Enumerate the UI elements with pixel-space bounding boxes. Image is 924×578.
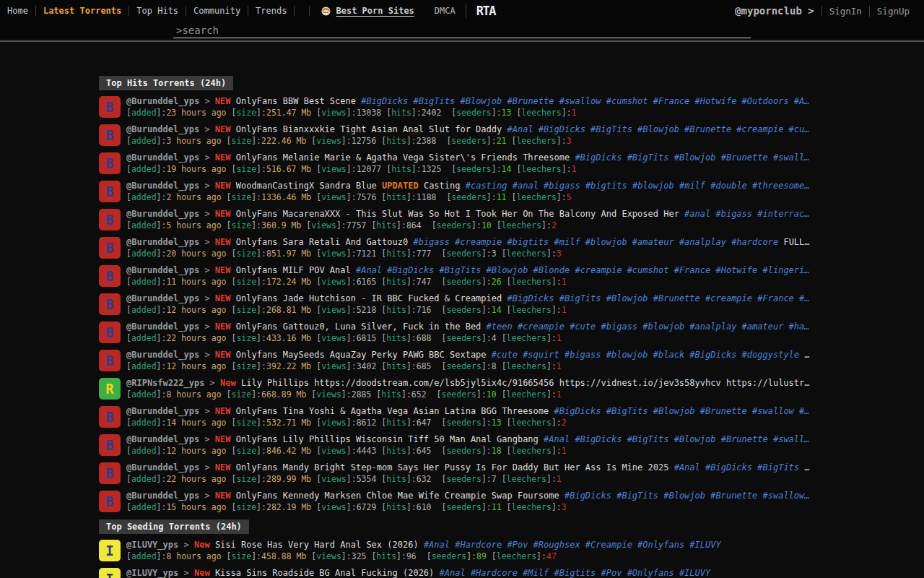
uploader-handle[interactable]: @ILUVY_yps: [126, 568, 178, 578]
dmca-link[interactable]: DMCA: [435, 6, 456, 16]
torrent-title[interactable]: OnlyFans BBW Best Scene: [236, 96, 356, 106]
torrent-title-after[interactable]: Casting: [424, 181, 461, 191]
avatar[interactable]: B: [99, 406, 121, 428]
nav-item[interactable]: Top Hits: [129, 6, 186, 16]
stat-seeders: [seeders]:7: [441, 474, 496, 484]
avatar[interactable]: R: [99, 378, 121, 400]
stat-leechers: [leechers]:1: [507, 305, 567, 315]
avatar[interactable]: B: [99, 152, 121, 174]
stat-leechers: [leechers]:47: [492, 551, 557, 561]
torrent-tags[interactable]: #Anal #BigDicks #BigTits #Blowjob #Brune…: [507, 124, 809, 134]
account-handle[interactable]: @mypornclub >: [735, 5, 821, 17]
new-badge: NEW: [215, 96, 231, 106]
torrent-title[interactable]: OnlyFans Kennedy Marksen Chloe Mae Wife …: [236, 491, 559, 501]
torrent-tags[interactable]: #BigDicks #BigTits #Blowjob #Brunette #c…: [507, 293, 809, 303]
torrent-tags[interactable]: #teen #creampie #cute #bigass #blowjob #…: [487, 322, 810, 332]
torrent-tags[interactable]: #casting #anal #bigass #bigtits #blowjob…: [466, 181, 810, 191]
nav-item[interactable]: Trends: [248, 6, 295, 16]
torrent-title[interactable]: OnlyFans Tina Yoshi & Agatha Vega Asian …: [236, 406, 549, 416]
avatar[interactable]: B: [99, 181, 121, 202]
avatar-letter: B: [105, 212, 113, 228]
torrent-title[interactable]: OnlyFans Melanie Marie & Agatha Vega Sis…: [236, 152, 570, 163]
torrent-title[interactable]: Onlyfans MILF POV Anal: [236, 265, 351, 275]
uploader-handle[interactable]: @RIPNsfw222_yps: [126, 378, 204, 388]
avatar[interactable]: B: [99, 96, 121, 118]
torrent-tags[interactable]: #Anal #Hardcore #Pov #Roughsex #Creampie…: [424, 540, 721, 550]
uploader-handle[interactable]: @Burunddel_yps: [126, 96, 199, 106]
torrent-tags[interactable]: #Anal #BigDicks #BigTits #Blowjob #Brune…: [544, 434, 809, 444]
torrent-tags[interactable]: #BigDicks #BigTits #Blowjob #Brunette #s…: [361, 96, 809, 106]
avatar[interactable]: B: [99, 237, 121, 259]
uploader-handle[interactable]: @Burunddel_yps: [126, 462, 199, 473]
signup-link[interactable]: SignUp: [869, 6, 917, 17]
nav-item[interactable]: Home: [6, 6, 36, 16]
torrent-title[interactable]: WoodmanCastingX Sandra Blue: [236, 181, 377, 191]
avatar[interactable]: B: [99, 124, 121, 146]
avatar[interactable]: B: [99, 322, 121, 343]
signin-link[interactable]: SignIn: [821, 6, 869, 17]
stat-hits: [hits]:1188: [381, 192, 436, 202]
torrent-title[interactable]: Onlyfans Sara Retali And Gattouz0: [236, 237, 408, 247]
torrent-title[interactable]: OnlyFans Gattouz0, Luna Silver, Fuck in …: [236, 322, 481, 332]
uploader-handle[interactable]: @Burunddel_yps: [126, 181, 199, 191]
stat-seeders: [seeders]:11: [441, 502, 501, 512]
torrent-title[interactable]: Kissa Sins Roadside BG Anal Fucking (202…: [215, 568, 434, 578]
uploader-handle[interactable]: @Burunddel_yps: [126, 152, 199, 163]
torrent-entry: R @RIPNsfw222_yps > New Lily Phillips ht…: [99, 378, 825, 400]
uploader-handle[interactable]: @Burunddel_yps: [126, 322, 199, 332]
avatar[interactable]: B: [99, 462, 121, 484]
stats-line: [added]:8 hours ago [size]:458.88 Mb [vi…: [126, 551, 825, 561]
stat-added: [added]:14 hours ago: [126, 418, 227, 428]
torrent-title[interactable]: Sisi Rose Has Very Hard Anal Sex (2026): [215, 540, 419, 550]
uploader-handle[interactable]: @Burunddel_yps: [126, 406, 199, 416]
best-sites-link[interactable]: Best Porn Sites: [309, 6, 414, 16]
torrent-tags[interactable]: #BigDicks #BigTits #Blowjob #Brunette #s…: [575, 152, 809, 163]
uploader-handle[interactable]: @Burunddel_yps: [126, 434, 199, 444]
torrent-title[interactable]: Onlyfans MaySeeds AquaZay Perky PAWG BBC…: [236, 350, 487, 360]
torrent-tags[interactable]: #BigDicks #BigTits #Blowjob #Brunette #s…: [565, 491, 810, 501]
stat-views: [views]:3402: [316, 361, 376, 371]
uploader-handle[interactable]: @Burunddel_yps: [126, 124, 199, 134]
stat-hits: [hits]:647: [381, 418, 431, 428]
avatar[interactable]: B: [99, 265, 121, 287]
stat-hits: [hits]:2388: [381, 136, 436, 146]
nav-item[interactable]: Latest Torrents: [36, 6, 129, 16]
nav-item[interactable]: Community: [186, 6, 248, 16]
torrent-tags[interactable]: #anal #bigass #interrac…: [684, 209, 809, 219]
torrent-entry: B @Burunddel_yps > NEW OnlyFans Bianxxxk…: [99, 124, 825, 146]
uploader-handle[interactable]: @Burunddel_yps: [126, 237, 199, 247]
entry-list: I @ILUVY_yps > New Sisi Rose Has Very Ha…: [99, 540, 825, 578]
torrent-tags[interactable]: #Anal #BigDicks #BigTits #Blowjob #Blond…: [356, 265, 810, 275]
torrent-entry: B @Burunddel_yps > NEW OnlyFans Macarena…: [99, 209, 825, 230]
avatar[interactable]: B: [99, 209, 121, 230]
stat-seeders: [seeders]:11: [446, 192, 506, 202]
torrent-title[interactable]: OnlyFans MacarenaXXX - This Slut Was So …: [236, 209, 679, 219]
search-input[interactable]: [173, 22, 751, 38]
torrent-title[interactable]: OnlyFans Lily Phillips Wisconsin Tiff 50…: [236, 434, 539, 444]
uploader-handle[interactable]: @Burunddel_yps: [126, 265, 199, 275]
torrent-tags[interactable]: #cute #squirt #bigass #blowjob #black #B…: [492, 350, 799, 360]
avatar[interactable]: B: [99, 434, 121, 456]
torrent-tags[interactable]: #Anal #BigDicks #BigTits: [674, 462, 799, 473]
uploader-handle[interactable]: @Burunddel_yps: [126, 491, 199, 501]
stat-seeders: [seeders]:89: [427, 551, 487, 561]
torrent-title[interactable]: OnlyFans Mandy Bright Step-mom Says Her …: [236, 462, 669, 473]
torrent-tags[interactable]: #Anal #Hardcore #Milf #Bigtits #Pov #Onl…: [440, 568, 711, 578]
stat-size: [size]:433.16 Mb: [231, 333, 311, 343]
uploader-handle[interactable]: @Burunddel_yps: [126, 293, 199, 303]
stat-size: [size]:851.97 Mb: [231, 249, 311, 259]
torrent-tags[interactable]: #bigass #creampie #bigtits #milf #blowjo…: [413, 237, 778, 247]
avatar[interactable]: B: [99, 293, 121, 315]
avatar[interactable]: B: [99, 350, 121, 371]
uploader-handle[interactable]: @Burunddel_yps: [126, 350, 199, 360]
avatar[interactable]: B: [99, 491, 121, 512]
avatar[interactable]: I: [99, 540, 121, 561]
uploader-handle[interactable]: @ILUVY_yps: [126, 540, 178, 550]
torrent-tags[interactable]: #BigDicks #BigTits #Blowjob #Brunette #s…: [554, 406, 810, 416]
torrent-title[interactable]: OnlyFans Jade Hutchison - IR BBC Fucked …: [236, 293, 502, 303]
avatar[interactable]: I: [99, 568, 121, 578]
torrent-title[interactable]: OnlyFans Bianxxxkie Tight Asian Anal Slu…: [236, 124, 502, 134]
torrent-title[interactable]: Lily Phillips https://doodstream.com/e/l…: [241, 378, 809, 388]
stats-line: [added]:19 hours ago [size]:516.67 Mb [v…: [126, 164, 825, 174]
uploader-handle[interactable]: @Burunddel_yps: [126, 209, 199, 219]
